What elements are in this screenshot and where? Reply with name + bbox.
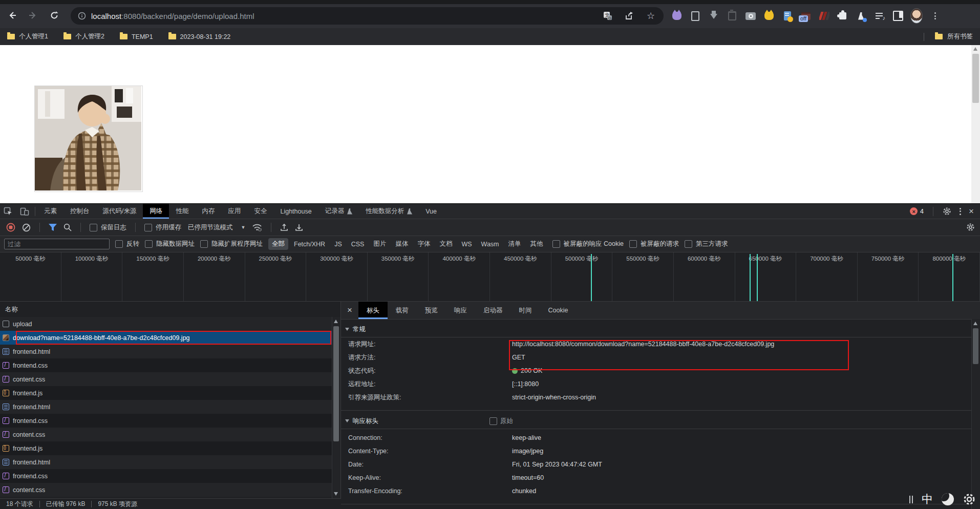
request-row[interactable]: content.css	[0, 372, 332, 386]
profile-avatar[interactable]	[910, 9, 923, 23]
cat-purple-extension-icon[interactable]	[671, 9, 683, 23]
playlist-extension-icon[interactable]	[874, 9, 886, 23]
trash-extension-icon[interactable]	[726, 9, 738, 23]
bookmark-item[interactable]: 2023-08-31 19:22	[168, 32, 231, 41]
request-row[interactable]: frontend.html	[0, 455, 332, 469]
filter-chip[interactable]: Wasm	[478, 239, 503, 249]
scrollbar-thumb[interactable]	[972, 54, 979, 103]
filter-icon[interactable]	[49, 224, 57, 231]
hide-data-urls-checkbox[interactable]: 隐藏数据网址	[145, 240, 195, 248]
name-column-header[interactable]: 名称	[0, 302, 340, 317]
all-bookmarks-button[interactable]: 所有书签	[924, 32, 973, 41]
ime-indicator[interactable]: 中	[922, 492, 933, 507]
extensions-puzzle-icon[interactable]	[837, 9, 849, 23]
collapse-triangle-icon[interactable]	[345, 419, 349, 422]
request-row[interactable]: content.css	[0, 483, 332, 497]
detail-tab[interactable]: 载荷	[388, 302, 417, 319]
site-info-icon[interactable]	[78, 12, 86, 20]
device-toolbar-icon[interactable]	[16, 204, 33, 219]
devtools-panel-tab[interactable]: 记录器	[318, 204, 359, 219]
devtools-panel-tab[interactable]: 应用	[221, 204, 247, 219]
red-stripes-extension-icon[interactable]	[818, 9, 830, 23]
camera-extension-icon[interactable]	[744, 9, 757, 23]
back-icon[interactable]	[4, 7, 20, 24]
throttling-select[interactable]: 已停用节流模式 ▼	[188, 223, 245, 232]
record-network-log-icon[interactable]	[6, 223, 15, 232]
request-row[interactable]: frontend.css	[0, 358, 332, 372]
devtools-menu-icon[interactable]	[958, 206, 962, 216]
filter-chip[interactable]: JS	[331, 239, 346, 249]
detail-tab[interactable]: 启动器	[475, 302, 511, 319]
request-list-scrollbar[interactable]	[332, 317, 340, 498]
detail-tab[interactable]: 响应	[446, 302, 475, 319]
off-badge-extension-icon[interactable]: off	[800, 9, 812, 23]
filter-chip[interactable]: 媒体	[392, 238, 412, 250]
devtools-panel-tab[interactable]: Lighthouse	[273, 204, 318, 219]
browser-menu-icon[interactable]	[929, 9, 941, 23]
filter-chip[interactable]: Fetch/XHR	[290, 239, 329, 249]
filter-input[interactable]	[4, 239, 110, 249]
filter-chip[interactable]: WS	[458, 239, 475, 249]
cat-yellow-extension-icon[interactable]	[763, 9, 775, 23]
bookmark-item[interactable]: 个人管理1	[7, 32, 48, 41]
error-badge[interactable]: × 4	[910, 207, 924, 215]
moon-icon[interactable]	[942, 493, 954, 505]
devtools-panel-tab[interactable]: 元素	[37, 204, 63, 219]
blocked-response-cookies-checkbox[interactable]: 被屏蔽的响应 Cookie	[552, 240, 624, 248]
bookmark-item[interactable]: TEMP1	[120, 32, 153, 41]
blocked-requests-checkbox[interactable]: 被屏蔽的请求	[629, 240, 679, 248]
raw-headers-checkbox[interactable]: 原始	[489, 417, 513, 426]
hide-extension-urls-checkbox[interactable]: 隐藏扩展程序网址	[200, 240, 263, 248]
page-scrollbar[interactable]	[971, 45, 980, 203]
filter-chip[interactable]: CSS	[348, 239, 368, 249]
checkbox[interactable]	[90, 224, 97, 231]
filter-chip[interactable]: 清单	[505, 238, 525, 250]
bookmark-item[interactable]: 个人管理2	[63, 32, 104, 41]
scrollbar-thumb[interactable]	[973, 328, 978, 364]
devtools-panel-tab[interactable]: 安全	[247, 204, 273, 219]
request-row[interactable]: frontend.css	[0, 469, 332, 483]
checkbox[interactable]	[144, 224, 152, 231]
import-har-icon[interactable]	[280, 223, 288, 231]
detail-tab[interactable]: 时间	[511, 302, 540, 319]
share-icon[interactable]	[624, 10, 635, 22]
bookmark-star-icon[interactable]: ☆	[645, 10, 656, 22]
filter-chip[interactable]: 图片	[370, 238, 390, 250]
network-settings-gear-icon[interactable]	[966, 223, 975, 231]
filter-chip[interactable]: 其他	[527, 238, 547, 250]
forward-icon[interactable]	[25, 7, 41, 24]
devtools-panel-tab[interactable]: 网络	[143, 204, 169, 219]
disable-cache-checkbox[interactable]: 停用缓存	[144, 223, 181, 232]
inspect-element-icon[interactable]	[0, 204, 16, 219]
request-row[interactable]: content.css	[0, 428, 332, 441]
scroll-up-arrow[interactable]	[334, 320, 338, 323]
request-row[interactable]: frontend.js	[0, 441, 332, 455]
preserve-log-checkbox[interactable]: 保留日志	[90, 223, 126, 232]
close-details-icon[interactable]: ×	[341, 302, 358, 319]
search-icon[interactable]	[63, 223, 72, 231]
translate-icon[interactable]: 文G	[602, 10, 613, 22]
request-row[interactable]: frontend.html	[0, 345, 332, 358]
url-bar[interactable]: localhost:8080/backend/page/demo/upload.…	[71, 7, 664, 25]
detail-tab[interactable]: Cookie	[540, 302, 577, 319]
devtools-panel-tab[interactable]: 源代码/来源	[96, 204, 143, 219]
filter-chip[interactable]: 文档	[436, 238, 456, 250]
network-conditions-icon[interactable]	[252, 223, 262, 231]
detail-tab[interactable]: 标头	[358, 302, 388, 319]
export-har-icon[interactable]	[295, 223, 303, 231]
devtools-close-icon[interactable]: ×	[969, 207, 974, 216]
reload-icon[interactable]	[46, 7, 62, 24]
settings-gear-icon[interactable]	[963, 493, 976, 506]
side-panel-icon[interactable]	[892, 9, 904, 23]
devtools-settings-icon[interactable]	[943, 207, 951, 216]
devtools-panel-tab[interactable]: 内存	[195, 204, 221, 219]
request-row[interactable]: frontend.js	[0, 386, 332, 400]
clear-network-log-icon[interactable]	[22, 223, 31, 232]
scroll-up-arrow[interactable]	[973, 322, 977, 325]
request-row[interactable]: frontend.css	[0, 414, 332, 428]
collapse-triangle-icon[interactable]	[345, 328, 349, 331]
document-download-extension-icon[interactable]	[781, 9, 794, 23]
invert-checkbox[interactable]: 反转	[115, 240, 139, 248]
request-row[interactable]: frontend.html	[0, 400, 332, 414]
filter-chip[interactable]: 全部	[268, 238, 288, 250]
